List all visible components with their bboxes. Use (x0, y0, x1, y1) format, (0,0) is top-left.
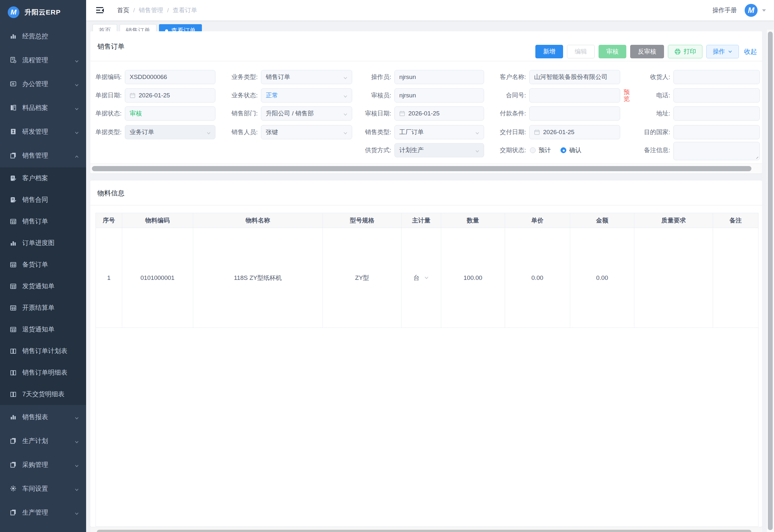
field-value: 升阳公司 / 销售部 (266, 109, 314, 118)
field-value: 山河智能装备股份有限公司 (534, 73, 608, 81)
sidebar-item[interactable]: 料品档案 (0, 96, 86, 120)
edit-button: 编辑 (567, 45, 595, 58)
sidebar-item[interactable]: 办公管理 (0, 72, 86, 96)
sidebar-item[interactable]: 加工车间 (0, 524, 86, 532)
field-label: 电话: (619, 88, 670, 103)
sidebar-item[interactable]: 采购管理 (0, 453, 86, 477)
open-book-icon (10, 348, 17, 355)
radio-option[interactable]: 预计 (530, 146, 551, 154)
cell-value: 1 (107, 274, 111, 281)
calendar-icon (399, 111, 405, 116)
sidebar-item[interactable]: 研发管理 (0, 120, 86, 143)
sidebar-item[interactable]: 经营总控 (0, 24, 86, 48)
text-field[interactable] (673, 88, 760, 103)
sidebar-item[interactable]: 备货订单 (0, 254, 86, 275)
collapse-link[interactable]: 收起 (744, 47, 757, 56)
sidebar-item[interactable]: 销售报表 (0, 405, 86, 429)
panel-header: 物料信息 (90, 181, 762, 205)
toolbar: 新增编辑审核反审核打印操作收起 (535, 45, 757, 58)
sidebar-item-label: 销售订单计划表 (22, 347, 67, 355)
text-field[interactable] (673, 125, 760, 139)
sidebar-item[interactable]: 销售订单计划表 (0, 340, 86, 362)
sidebar-item[interactable]: 生产计划 (0, 429, 86, 453)
breadcrumb-separator: / (167, 7, 169, 14)
toolbar-button[interactable]: 打印 (668, 45, 702, 58)
radio-checked-icon (561, 147, 566, 153)
field-value: XSDD000066 (130, 74, 167, 81)
field-label: 销售类型: (340, 125, 391, 139)
form-hscrollbar-thumb[interactable] (92, 166, 751, 171)
text-field[interactable]: 山河智能装备股份有限公司 (529, 70, 620, 84)
page-vscrollbar-thumb[interactable] (768, 32, 773, 530)
select-field[interactable]: 正常 (261, 88, 352, 103)
sidebar-item[interactable]: 7天交货明细表 (0, 383, 86, 405)
text-field[interactable] (529, 106, 620, 121)
field-label: 收货人: (619, 70, 670, 84)
text-field[interactable]: njrsun (394, 88, 484, 103)
text-field[interactable]: njrsun (394, 70, 484, 84)
sidebar-submenu: 客户档案销售合同销售订单订单进度图备货订单发货通知单开票结算单退货通知单销售订单… (0, 167, 86, 405)
sidebar-item[interactable]: 客户档案 (0, 167, 86, 189)
sidebar: M 升阳云ERP 经营总控流程管理办公管理料品档案研发管理销售管理客户档案销售合… (0, 0, 86, 532)
sales-order-panel: 销售订单 新增编辑审核反审核打印操作收起 单据编码:XSDD000066业务类型… (90, 31, 762, 173)
sidebar-item[interactable]: 退货通知单 (0, 319, 86, 340)
manual-link[interactable]: 操作手册 (712, 6, 737, 15)
date-field[interactable]: 2026-01-25 (529, 125, 620, 139)
column-header-label: 序号 (103, 216, 115, 225)
sidebar-item[interactable]: 销售合同 (0, 189, 86, 211)
sidebar-item[interactable]: 销售订单 (0, 211, 86, 232)
chevron-down-icon (74, 105, 79, 113)
toolbar-button[interactable]: 反审核 (630, 45, 664, 58)
table-cell: 0.00 (505, 228, 570, 328)
text-field[interactable]: 审核 (125, 106, 215, 121)
radio-label: 确认 (569, 146, 581, 154)
sidebar-item-label: 销售订单 (22, 217, 48, 226)
unit-select-cell[interactable]: 台 (402, 228, 441, 328)
sidebar-item[interactable]: 发货通知单 (0, 275, 86, 297)
sidebar-item[interactable]: 车间设置 (0, 477, 86, 500)
select-field[interactable]: 升阳公司 / 销售部 (261, 106, 352, 121)
date-field[interactable]: 2026-01-25 (394, 106, 484, 121)
field-value: 销售订单 (266, 73, 290, 81)
toolbar-button[interactable]: 审核 (599, 45, 626, 58)
sidebar-item[interactable]: 开票结算单 (0, 297, 86, 319)
avatar[interactable]: M (745, 4, 758, 17)
sidebar-item[interactable]: 流程管理 (0, 48, 86, 72)
breadcrumb-item[interactable]: 首页 (117, 6, 129, 15)
text-field[interactable] (529, 88, 620, 103)
text-field[interactable]: XSDD000066 (125, 70, 215, 84)
select-field[interactable]: 工厂订单 (394, 125, 484, 139)
text-field[interactable] (673, 70, 760, 84)
column-header-label: 备注 (729, 216, 742, 225)
chevron-down-icon (74, 129, 79, 137)
radio-option[interactable]: 确认 (561, 146, 581, 154)
sidebar-item[interactable]: 订单进度图 (0, 232, 86, 254)
sidebar-collapse-icon[interactable] (96, 7, 104, 14)
sidebar-item-label: 发货通知单 (22, 282, 55, 291)
column-header-label: 数量 (467, 216, 479, 225)
select-field-disabled[interactable]: 业务订单 (125, 125, 215, 139)
add-button[interactable]: 新增 (535, 45, 563, 58)
column-header-label: 型号规格 (350, 216, 374, 225)
remark-textarea[interactable] (673, 142, 760, 160)
chevron-down-icon (74, 462, 79, 470)
table-cell (713, 228, 758, 328)
radio-label: 预计 (539, 146, 551, 154)
button-label: 操作 (713, 47, 725, 56)
table-row: 10101000001118S ZY型纸杯机ZY型台100.000.000.00 (96, 228, 758, 328)
resize-handle-icon[interactable] (754, 154, 758, 159)
toolbar-button[interactable]: 操作 (706, 45, 739, 58)
select-field-disabled[interactable]: 计划生产 (394, 143, 484, 157)
select-field[interactable]: 张键 (261, 125, 352, 139)
chevron-down-icon[interactable] (762, 9, 766, 12)
sidebar-item[interactable]: 销售管理 (0, 143, 86, 167)
date-field[interactable]: 2026-01-25 (125, 88, 215, 103)
text-field[interactable] (673, 106, 760, 121)
materials-panel: 物料信息 序号物料编码物料名称型号规格主计量数量单价金额质量要求备注101010… (90, 181, 762, 527)
field-value: njrsun (399, 92, 416, 99)
select-field[interactable]: 销售订单 (261, 70, 352, 84)
table-hscrollbar-thumb[interactable] (97, 530, 751, 532)
sidebar-item-label: 研发管理 (22, 127, 48, 136)
sidebar-item[interactable]: 销售订单明细表 (0, 362, 86, 383)
sidebar-item[interactable]: 生产管理 (0, 500, 86, 524)
